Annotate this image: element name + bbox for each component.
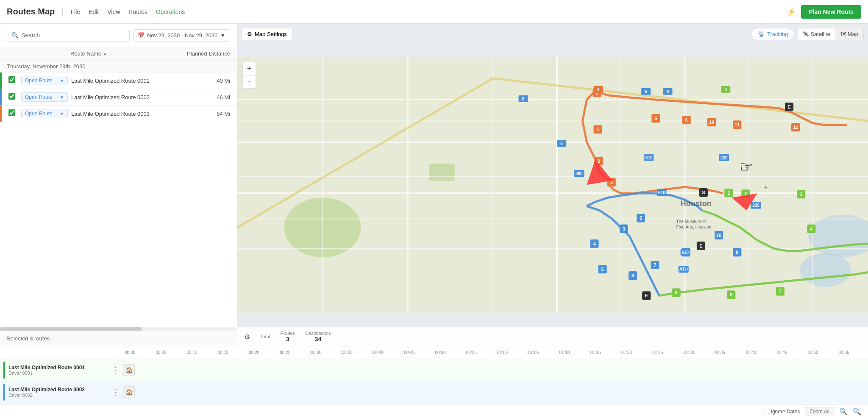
map-area[interactable]: S 2 3 1 5 6 10 11 E 12 [237, 24, 868, 346]
tl-driver-0002: Driver 0002 [8, 393, 85, 398]
tl-row-info-0001: Last Mile Optimized Route 0001 Driver 00… [0, 360, 123, 380]
timeline-zoom-out-button[interactable]: 🔍 [853, 407, 861, 415]
table-header: Route Name ▲ Planned Distance [0, 47, 237, 61]
total-label: Total [260, 334, 270, 339]
svg-text:10: 10 [709, 120, 714, 125]
status-badge-0003[interactable]: Open Route ▼ [21, 109, 68, 118]
scroll-bar [0, 327, 142, 331]
svg-text:5: 5 [645, 89, 647, 94]
status-badge-0002[interactable]: Open Route ▼ [21, 92, 68, 102]
time-label-0040: 00:40 [371, 350, 402, 355]
menu-operations[interactable]: Operations [156, 8, 185, 15]
tracking-button[interactable]: 📡 Tracking [751, 28, 794, 40]
map-settings-label: Map Settings [255, 31, 287, 37]
time-label-0105: 01:05 [526, 350, 557, 355]
menu-view[interactable]: View [107, 8, 120, 15]
svg-text:Houston: Houston [681, 199, 712, 208]
date-group: Thursday, November 29th, 2030 [0, 61, 237, 72]
menu-edit[interactable]: Edit [89, 8, 99, 15]
route-row-0003: Open Route ▼ Last Mile Optimized Route 0… [0, 106, 237, 122]
tl-driver-0001: Driver 0001 [8, 371, 85, 376]
svg-text:6: 6 [560, 141, 563, 146]
row-distance-0001: 49 Mi [179, 78, 230, 84]
time-label-0035: 00:35 [340, 350, 371, 355]
zoom-out-button[interactable]: − [243, 75, 256, 88]
time-label-0055: 00:55 [465, 350, 495, 355]
timeline-header: 00:0000:0500:1000:1500:2000:2500:3000:35… [0, 346, 868, 359]
row-checkbox-0003[interactable] [8, 109, 21, 118]
search-icon: 🔍 [11, 32, 19, 39]
svg-text:7: 7 [654, 262, 656, 268]
route-row-0001: Open Route ▼ Last Mile Optimized Route 0… [0, 72, 237, 89]
search-input[interactable] [21, 32, 125, 39]
tl-home-icon-0002[interactable]: 🏠 [123, 386, 135, 398]
svg-text:12: 12 [793, 125, 798, 130]
map-bottom-settings-icon[interactable]: ⚙ [244, 333, 250, 341]
time-label-0010: 00:10 [185, 350, 216, 355]
svg-text:290: 290 [576, 171, 583, 176]
top-bar: Routes Map | File Edit View Routes Opera… [0, 0, 868, 24]
row-distance-0003: 84 Mi [179, 111, 230, 117]
timeline-row-0002: Last Mile Optimized Route 0002 Driver 00… [0, 381, 868, 403]
th-route-name[interactable]: Route Name ▲ [70, 50, 179, 57]
ignore-dates-checkbox[interactable] [764, 409, 769, 414]
status-badge-0001[interactable]: Open Route ▼ [21, 76, 68, 85]
destinations-label: Destinations [305, 331, 331, 336]
svg-text:2: 2 [724, 87, 727, 92]
time-label-0150: 01:50 [806, 350, 837, 355]
route-rows: Open Route ▼ Last Mile Optimized Route 0… [0, 72, 237, 327]
menu-file[interactable]: File [71, 8, 81, 15]
menu-routes[interactable]: Routes [128, 8, 147, 15]
time-label-0100: 01:00 [495, 350, 526, 355]
time-label-0000: 00:00 [123, 350, 154, 355]
svg-text:610: 610 [645, 156, 653, 160]
time-label-0030: 00:30 [309, 350, 340, 355]
main-layout: 🔍 📅 Nov 29, 2030 - Nov 29, 2030 ▼ Route … [0, 24, 868, 418]
tl-color-bar-0002 [3, 384, 5, 401]
date-picker-chevron: ▼ [220, 32, 225, 39]
tl-more-button-0001[interactable]: ⋮ [111, 366, 119, 374]
svg-text:610: 610 [682, 250, 689, 255]
scroll-area[interactable] [0, 327, 237, 331]
zoom-controls: + − [242, 62, 256, 89]
destinations-stat: Destinations 34 [305, 331, 331, 343]
map-toggle[interactable]: 🗺 Map [835, 28, 863, 40]
search-input-wrap[interactable]: 🔍 [7, 29, 130, 42]
ignore-dates-label[interactable]: Ignore Dates [764, 409, 800, 415]
top-right: ⚡ Plan New Route [787, 5, 861, 19]
tl-row-text-0001: Last Mile Optimized Route 0001 Driver 00… [8, 365, 85, 376]
svg-text:E: E [645, 293, 648, 298]
badge-arrow-0002: ▼ [60, 95, 64, 100]
tl-home-icon-0001[interactable]: 🏠 [123, 364, 135, 376]
svg-text:610: 610 [658, 190, 665, 195]
middle-section: 🔍 📅 Nov 29, 2030 - Nov 29, 2030 ▼ Route … [0, 24, 868, 346]
lightning-icon: ⚡ [787, 7, 796, 17]
row-checkbox-0002[interactable] [8, 93, 21, 101]
time-label-0110: 01:10 [558, 350, 589, 355]
zoom-in-button[interactable]: + [243, 62, 256, 75]
time-label-0015: 00:15 [216, 350, 247, 355]
svg-text:ATH: ATH [679, 267, 688, 272]
app-title: Routes Map [7, 7, 55, 17]
satellite-label: Satellite [810, 31, 830, 37]
row-checkbox-0001[interactable] [8, 76, 21, 85]
time-labels: 00:0000:0500:1000:1500:2000:2500:3000:35… [123, 350, 868, 355]
zoom-all-button[interactable]: Zoom All [805, 407, 834, 416]
map-topbar: ⚙ Map Settings 📡 Tracking 🛰 Satellite [242, 28, 864, 40]
map-label: Map [848, 31, 858, 37]
tracking-icon: 📡 [758, 31, 765, 37]
route-row-0002: Open Route ▼ Last Mile Optimized Route 0… [0, 89, 237, 106]
svg-rect-4 [429, 164, 454, 181]
map-settings-button[interactable]: ⚙ Map Settings [242, 28, 292, 40]
satellite-toggle[interactable]: 🛰 Satellite [798, 28, 835, 40]
time-label-0005: 00:05 [154, 350, 185, 355]
tl-more-button-0002[interactable]: ⋮ [111, 388, 119, 396]
th-planned-distance: Planned Distance [179, 50, 230, 57]
plan-new-route-button[interactable]: Plan New Route [801, 5, 861, 19]
timeline-zoom-in-button[interactable]: 🔍 [839, 407, 848, 415]
destinations-count: 34 [315, 336, 322, 343]
total-stat: Total [260, 334, 270, 339]
date-picker[interactable]: 📅 Nov 29, 2030 - Nov 29, 2030 ▼ [133, 29, 230, 42]
svg-text:11: 11 [734, 122, 740, 127]
menu-bar: File Edit View Routes Operations [71, 8, 185, 15]
